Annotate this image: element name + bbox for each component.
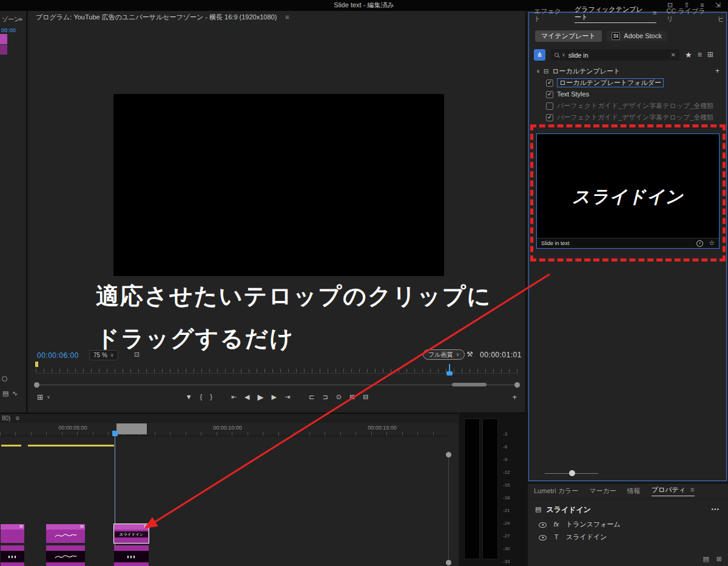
tab-effects[interactable]: エフェクト	[534, 7, 565, 23]
timeline-ruler[interactable]: 00:00:05:00 00:00:10:00 00:00:15:00	[0, 423, 448, 436]
comparison-view-icon[interactable]: ⊞	[349, 393, 355, 401]
drag-audio-icon[interactable]: ∿	[12, 389, 18, 397]
template-card[interactable]: スライドイン Slide in text i ☆	[536, 133, 720, 249]
playhead-timecode[interactable]: 00:00:06:00	[37, 351, 79, 360]
clear-search-icon[interactable]: ✕	[671, 52, 676, 59]
panel-menu-icon[interactable]: ≡	[653, 9, 656, 17]
zoom-level-select[interactable]: 75 % ∨	[89, 350, 118, 360]
tab-cc-libraries[interactable]: CC ライブラリ	[666, 7, 707, 23]
checkbox-unchecked[interactable]	[546, 103, 553, 110]
db-label: -15	[503, 482, 510, 488]
checkbox-checked[interactable]: ✓	[546, 114, 553, 121]
add-marker-icon[interactable]: ▼	[186, 393, 192, 401]
search-input[interactable]	[568, 52, 668, 59]
panel-menu-icon[interactable]: ≡	[690, 486, 694, 494]
mark-in-icon[interactable]: {	[200, 393, 203, 401]
timeline-clip[interactable]: fx	[1, 524, 24, 543]
tree-root-row[interactable]: ∨ ⊟ ローカルテンプレート +	[528, 66, 728, 77]
add-folder-icon[interactable]: +	[715, 67, 728, 75]
zoom-handle-left[interactable]	[34, 382, 39, 388]
tab-markers[interactable]: マーカー	[589, 487, 616, 495]
visibility-eye-icon[interactable]	[539, 522, 547, 528]
tab-lumetri-color[interactable]: Lumetri カラー	[534, 487, 578, 495]
adobe-stock-button[interactable]: St Adobe Stock	[607, 31, 667, 41]
my-templates-button[interactable]: マイテンプレート	[535, 30, 602, 42]
tree-root-label[interactable]: ローカルテンプレート	[552, 67, 620, 75]
program-monitor-tab[interactable]: プログラム: YouTube 広告のユニバーサルセーフゾーン - 横長 16:9…	[36, 13, 277, 21]
monitor-playhead-handle[interactable]	[447, 371, 453, 376]
panel-tabbar: エフェクト グラフィックテンプレート ≡ CC ライブラリ ヒ	[528, 11, 728, 25]
more-options-icon[interactable]: •••	[711, 506, 728, 513]
tree-item-label[interactable]: ローカルテンプレートフォルダー	[557, 78, 664, 87]
slider-knob[interactable]	[569, 470, 575, 476]
tree-item-label[interactable]: パーフェクトガイド_デザイン字幕テロップ_全種類	[557, 102, 713, 110]
timeline-clip-selected[interactable]: fx スライドイン	[114, 524, 149, 543]
fullscreen-icon[interactable]: ⇲	[715, 1, 721, 9]
checkbox-checked[interactable]: ✓	[546, 91, 553, 98]
property-row[interactable]: fx トランスフォーム	[528, 519, 728, 531]
extract-icon[interactable]: ⊐	[322, 393, 328, 401]
thumbnail-size-slider[interactable]	[545, 470, 598, 477]
favorites-filter-star-icon[interactable]: ★	[685, 50, 692, 60]
tree-item[interactable]: ✓ パーフェクトガイド_デザイン字幕テロップ_全種類	[528, 112, 728, 123]
tab-overflow[interactable]: ヒ	[718, 15, 724, 23]
mark-out-icon[interactable]: }	[210, 393, 212, 401]
go-to-out-icon[interactable]: ⇥	[285, 393, 290, 401]
timeline-clip[interactable]: fx	[46, 524, 85, 543]
play-icon[interactable]: ▶	[258, 392, 264, 402]
sequence-tab[interactable]: 80) ≡	[0, 414, 458, 423]
go-to-in-icon[interactable]: ⇤	[231, 393, 237, 401]
scrollbar-knob[interactable]	[2, 376, 7, 382]
export-frame-icon[interactable]: ⊙	[336, 393, 342, 401]
new-folder-icon[interactable]: ⊞	[707, 50, 713, 59]
visibility-eye-icon[interactable]	[539, 535, 547, 541]
panel-menu-icon[interactable]: ≡	[15, 414, 19, 422]
step-forward-icon[interactable]: ▶	[272, 393, 277, 401]
scrollbar-knob[interactable]	[446, 560, 451, 565]
tab-info[interactable]: 情報	[627, 487, 641, 495]
tab-properties[interactable]: プロパティ ≡	[652, 486, 695, 496]
collapse-chevron-icon[interactable]: ∨	[536, 69, 540, 75]
multicam-icon[interactable]: ⊟	[363, 393, 368, 401]
tree-item[interactable]: ✓ ローカルテンプレートフォルダー	[528, 77, 728, 89]
filter-branch-icon[interactable]: ⋔	[534, 49, 545, 61]
frame-icon[interactable]: ⊡	[134, 351, 140, 359]
layer-name[interactable]: スライドイン	[566, 533, 607, 541]
tree-item-label[interactable]: Text Styles	[557, 90, 589, 98]
timeline-clip[interactable]	[46, 545, 85, 566]
new-item-icon[interactable]: ⊞	[716, 555, 722, 563]
sort-icon[interactable]: ≡	[698, 50, 702, 59]
info-icon[interactable]: i	[696, 240, 703, 247]
monitor-scrollbar-thumb[interactable]	[452, 383, 487, 386]
scrollbar-knob[interactable]	[446, 452, 451, 457]
lift-icon[interactable]: ⊏	[309, 393, 314, 401]
drag-video-icon[interactable]: ▤	[2, 389, 8, 397]
audio-meter-right-channel	[482, 419, 498, 559]
settings-wrench-icon[interactable]: ⚒	[467, 350, 473, 359]
monitor-scrollbar[interactable]	[37, 385, 517, 385]
property-row[interactable]: T スライドイン	[528, 531, 728, 544]
video-preview	[113, 94, 444, 276]
checkbox-checked[interactable]: ✓	[546, 79, 553, 87]
chevron-down-icon[interactable]: ∨	[562, 52, 565, 58]
folder-icon[interactable]: ▤	[703, 555, 709, 563]
tree-item[interactable]: パーフェクトガイド_デザイン字幕テロップ_全種類	[528, 100, 728, 112]
step-back-icon[interactable]: ◀	[244, 393, 249, 401]
playback-quality-select[interactable]: フル画質 ∨	[423, 349, 465, 360]
tree-item-label[interactable]: パーフェクトガイド_デザイン字幕テロップ_全種類	[557, 113, 713, 121]
tree-item[interactable]: ✓ Text Styles	[528, 89, 728, 100]
graphics-templates-panel: エフェクト グラフィックテンプレート ≡ CC ライブラリ ヒ マイテンプレート…	[528, 11, 728, 482]
timeline-clip[interactable]	[1, 545, 24, 566]
search-box[interactable]: ∨ ✕	[551, 49, 679, 61]
tab-graphics-templates[interactable]: グラフィックテンプレート ≡	[575, 5, 656, 23]
panel-menu-icon[interactable]: ≡	[285, 13, 289, 21]
left-panel-tab[interactable]: ゾーン	[2, 16, 20, 23]
timeline-vertical-scrollbar[interactable]	[448, 451, 449, 563]
add-button-icon[interactable]: +	[512, 392, 517, 402]
effect-name[interactable]: トランスフォーム	[566, 521, 621, 528]
clip-thumbnail-band	[114, 551, 149, 562]
more-tabs-icon[interactable]: »	[19, 15, 22, 23]
zoom-handle-right[interactable]	[514, 382, 520, 388]
timeline-clip[interactable]	[114, 545, 149, 566]
favorite-star-icon[interactable]: ☆	[709, 239, 715, 247]
